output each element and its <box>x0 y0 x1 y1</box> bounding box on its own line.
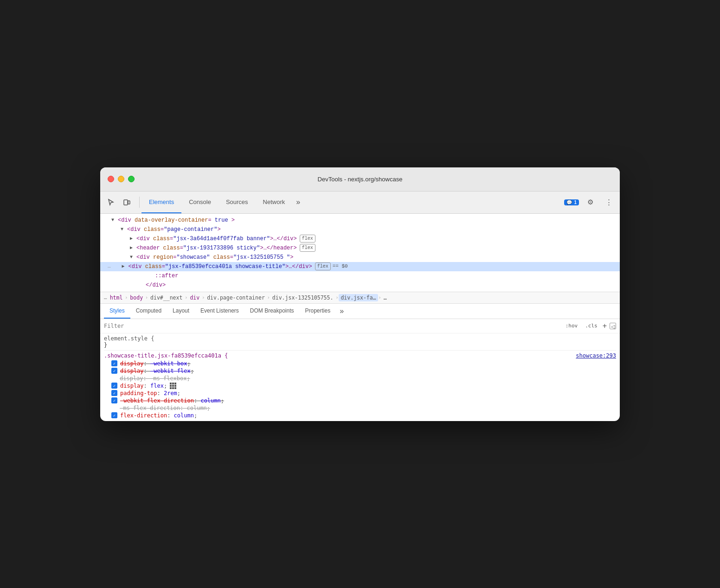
tab-sources[interactable]: Sources <box>219 192 256 213</box>
css-prop-name: -webkit-flex-direction <box>120 397 194 404</box>
tree-content: <header class="jsx-1931733896 sticky">…<… <box>136 244 297 252</box>
devtools-tabs: Elements Console Sources Network » <box>141 192 564 213</box>
css-prop-name: flex-direction <box>120 412 167 419</box>
styles-filter-bar: :hov .cls + ◁ <box>100 319 620 333</box>
tab-dom-breakpoints[interactable]: DOM Breakpoints <box>244 304 300 319</box>
breadcrumb-item-div[interactable]: div <box>188 294 201 301</box>
flex-badge[interactable]: flex <box>300 235 315 243</box>
css-prop-name: display <box>120 375 143 382</box>
css-section: element.style { } .showcase-title.jsx-fa… <box>100 333 620 421</box>
menu-button[interactable]: ⋮ <box>601 195 616 210</box>
css-checkbox[interactable] <box>111 368 117 374</box>
tab-computed[interactable]: Computed <box>130 304 167 319</box>
cursor-icon[interactable] <box>104 195 118 209</box>
devtools-toolbar: Elements Console Sources Network » 💬 1 ⚙… <box>100 192 620 214</box>
breadcrumb-dots: … <box>104 294 107 300</box>
breadcrumb-sep: › <box>267 295 270 300</box>
flex-badge[interactable]: flex <box>300 244 315 252</box>
tree-line[interactable]: ▼ <div region="showcase" class="jsx-1325… <box>100 253 620 262</box>
tree-arrow: ▼ <box>111 217 118 224</box>
tree-content: </div> <box>146 281 166 289</box>
tab-elements[interactable]: Elements <box>141 192 181 213</box>
css-rule: .showcase-title.jsx-fa8539efcca401a { sh… <box>104 352 616 419</box>
breadcrumb-item-body[interactable]: body <box>128 294 145 301</box>
tree-content: <div region="showcase" class="jsx-132510… <box>136 253 294 262</box>
equals-badge: == $0 <box>333 262 348 270</box>
element-style-section: element.style { } <box>104 335 616 348</box>
devtools-window: DevTools - nextjs.org/showcase Elements … <box>100 167 620 421</box>
tree-content: <div class="jsx-fa8539efcca401a showcase… <box>129 262 312 271</box>
element-style-close: } <box>104 342 616 348</box>
css-file-ref[interactable]: showcase:293 <box>576 352 616 359</box>
css-property-line: padding-top : 2rem ; <box>104 390 616 397</box>
css-prop-value: flex <box>150 383 164 389</box>
traffic-lights <box>108 176 135 182</box>
css-selector-line: .showcase-title.jsx-fa8539efcca401a { sh… <box>104 352 616 359</box>
tree-line[interactable]: ▶ <div class="jsx-3a64d1ae4f0f7fab banne… <box>100 234 620 243</box>
breadcrumb-sep: › <box>125 295 128 300</box>
tree-arrow: ▼ <box>130 254 136 261</box>
cls-button[interactable]: .cls <box>583 322 600 330</box>
minimize-button[interactable] <box>118 176 124 182</box>
box-button[interactable]: ◁ <box>610 323 616 329</box>
breadcrumb-bar: … html › body › div#__next › div › div.p… <box>100 292 620 304</box>
tree-line[interactable]: ▼ <div data-overlay-container= true > <box>100 216 620 225</box>
tree-line[interactable]: </div> <box>100 281 620 290</box>
plus-button[interactable]: + <box>603 322 607 330</box>
tab-properties[interactable]: Properties <box>300 304 336 319</box>
tree-arrow: ▶ <box>130 244 136 251</box>
breadcrumb-item-jsx-fa[interactable]: div.jsx-fa… <box>339 294 378 301</box>
svg-rect-1 <box>128 201 130 204</box>
breadcrumb-item-page-container[interactable]: div.page-container <box>205 294 267 301</box>
css-selector: .showcase-title.jsx-fa8539efcca401a { <box>104 352 228 359</box>
css-checkbox[interactable] <box>111 397 117 403</box>
breadcrumb-more[interactable]: … <box>382 294 389 301</box>
css-property-line: display : -webkit-flex ; <box>104 367 616 375</box>
css-property-line: -webkit-flex-direction : column ; <box>104 397 616 404</box>
css-prop-name: display <box>120 368 144 374</box>
css-checkbox[interactable] <box>111 390 117 396</box>
close-button[interactable] <box>108 176 114 182</box>
more-tabs-button[interactable]: » <box>292 198 304 206</box>
notification-icon: 💬 <box>566 200 572 205</box>
grid-icon[interactable] <box>170 383 176 389</box>
section-divider <box>104 350 616 351</box>
tree-arrow: ▼ <box>121 226 127 233</box>
tree-pseudo: ::after <box>155 272 178 280</box>
css-checkbox[interactable] <box>111 412 117 418</box>
breadcrumb-item-next[interactable]: div#__next <box>148 294 184 301</box>
tree-line-selected[interactable]: … ▶ <div class="jsx-fa8539efcca401a show… <box>100 262 620 271</box>
tab-console[interactable]: Console <box>181 192 219 213</box>
tab-event-listeners[interactable]: Event Listeners <box>195 304 244 319</box>
styles-more-tabs[interactable]: » <box>336 307 347 315</box>
tree-line[interactable]: ::after <box>100 271 620 281</box>
breadcrumb-sep: › <box>202 295 205 300</box>
hov-button[interactable]: :hov <box>563 322 580 330</box>
tab-network[interactable]: Network <box>256 192 293 213</box>
flex-badge[interactable]: flex <box>315 262 331 270</box>
breadcrumb-sep: › <box>145 295 148 300</box>
tree-content: <div class="page-container"> <box>127 225 221 234</box>
device-icon[interactable] <box>120 195 134 209</box>
tree-line[interactable]: ▶ <header class="jsx-1931733896 sticky">… <box>100 243 620 253</box>
titlebar: DevTools - nextjs.org/showcase <box>100 167 620 192</box>
css-prop-value: column <box>174 412 194 419</box>
tree-arrow: ▶ <box>130 235 136 242</box>
tab-layout[interactable]: Layout <box>167 304 195 319</box>
css-prop-value: -webkit-box <box>150 360 187 367</box>
dots-indicator: … <box>108 262 111 270</box>
breadcrumb-item-html[interactable]: html <box>108 294 125 301</box>
notification-button[interactable]: 💬 1 <box>564 199 579 205</box>
css-property-line: display : -webkit-box ; <box>104 360 616 367</box>
css-checkbox[interactable] <box>111 383 117 389</box>
breadcrumb-item-jsx-1325[interactable]: div.jsx-1325105755. <box>270 294 335 301</box>
tree-line[interactable]: ▼ <div class="page-container"> <box>100 225 620 234</box>
maximize-button[interactable] <box>128 176 135 182</box>
styles-tabs: Styles Computed Layout Event Listeners D… <box>100 304 620 319</box>
css-checkbox[interactable] <box>111 360 117 366</box>
settings-button[interactable]: ⚙ <box>583 195 598 210</box>
css-property-line: flex-direction : column ; <box>104 412 616 419</box>
tree-content: <div class="jsx-3a64d1ae4f0f7fab banner"… <box>136 235 297 243</box>
filter-input[interactable] <box>104 323 559 329</box>
tab-styles[interactable]: Styles <box>104 304 130 319</box>
